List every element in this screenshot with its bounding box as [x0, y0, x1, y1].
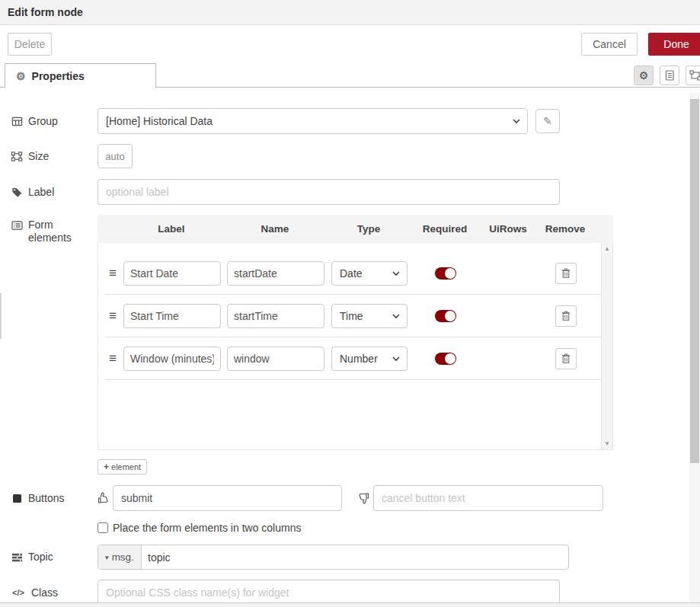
form-elements-table-header: Label Name Type Required UiRows Remove — [97, 215, 613, 243]
remove-element-button[interactable] — [555, 305, 577, 327]
dialog-scrollbar[interactable] — [689, 93, 700, 602]
tab-properties[interactable]: ⚙ Properties — [5, 63, 156, 88]
group-select[interactable]: [Home] Historical Data — [97, 108, 528, 134]
element-label-input[interactable] — [123, 304, 221, 328]
form-elements-label: Form elements — [11, 215, 97, 244]
edit-group-button[interactable]: ✎ — [535, 109, 560, 133]
appearance-panel-button[interactable] — [686, 65, 700, 85]
topic-value-input[interactable]: topic — [142, 545, 568, 569]
properties-panel-button[interactable]: ⚙ — [634, 65, 654, 85]
thumbs-down-icon — [357, 492, 369, 504]
scroll-up-icon[interactable]: ▲ — [604, 245, 610, 252]
drag-handle-icon[interactable]: ≡ — [105, 309, 120, 322]
trash-icon — [561, 353, 571, 364]
topic-label: Topic — [11, 551, 97, 564]
class-input[interactable] — [97, 580, 560, 605]
element-name-input[interactable] — [227, 261, 324, 286]
chevron-down-icon — [392, 314, 400, 319]
remove-element-button[interactable] — [555, 348, 577, 369]
form-elements-table: Label Name Type Required UiRows Remove ≡… — [97, 215, 613, 450]
buttons-row: Buttons — [11, 485, 700, 511]
dialog-toolbar: Delete Cancel Done — [0, 25, 700, 63]
form-elements-list: ≡ Date — [97, 243, 613, 450]
group-label: Group — [11, 115, 97, 128]
object-group-icon — [689, 69, 700, 81]
header-name: Name — [223, 223, 327, 235]
tag-icon — [11, 187, 23, 198]
chevron-down-icon — [513, 119, 520, 124]
dialog-footer — [0, 602, 700, 607]
dialog-title: Edit form node — [0, 0, 700, 25]
topic-row: Topic ▾ msg. topic — [11, 545, 700, 570]
header-remove: Remove — [537, 223, 593, 235]
code-icon: </> — [11, 588, 26, 597]
thumbs-up-icon — [97, 492, 110, 504]
element-type-select[interactable]: Time — [331, 304, 408, 328]
label-input[interactable] — [97, 179, 560, 205]
add-element-button[interactable]: + element — [97, 459, 147, 474]
form-elements-row: Form elements Label Name Type Required U… — [11, 215, 700, 450]
buttons-label: Buttons — [11, 492, 97, 505]
list-scrollbar[interactable]: ▲ ▼ — [601, 243, 612, 449]
caret-down-icon: ▾ — [105, 554, 109, 561]
plus-icon: + — [104, 462, 109, 472]
topic-type-select[interactable]: ▾ msg. — [98, 545, 142, 569]
element-name-input[interactable] — [227, 347, 324, 371]
two-columns-label: Place the form elements in two columns — [113, 522, 301, 534]
class-label: </> Class — [11, 586, 97, 599]
pencil-icon: ✎ — [543, 115, 552, 127]
element-label-input[interactable] — [123, 347, 221, 371]
class-row: </> Class — [11, 580, 700, 605]
topic-typed-input: ▾ msg. topic — [97, 545, 569, 570]
required-toggle[interactable] — [435, 310, 456, 322]
two-columns-checkbox[interactable] — [97, 522, 108, 533]
done-button[interactable]: Done — [648, 33, 700, 56]
size-row: Size auto — [11, 144, 700, 168]
header-required: Required — [411, 223, 479, 235]
two-columns-row: Place the form elements in two columns — [97, 522, 700, 534]
delete-button[interactable]: Delete — [8, 33, 52, 56]
square-icon — [11, 494, 23, 503]
tab-bar: ⚙ Properties ⚙ — [0, 63, 700, 88]
element-type-select[interactable]: Number — [331, 347, 408, 371]
remove-element-button[interactable] — [555, 263, 577, 284]
required-toggle[interactable] — [435, 353, 456, 365]
submit-button-text-input[interactable] — [113, 485, 342, 511]
header-label: Label — [120, 223, 223, 235]
drag-handle-icon[interactable]: ≡ — [105, 352, 120, 365]
properties-form: Group [Home] Historical Data ✎ Size — [0, 88, 700, 605]
element-label-input[interactable] — [123, 261, 221, 286]
drag-handle-icon[interactable]: ≡ — [105, 267, 120, 280]
tasks-icon — [11, 552, 23, 563]
dialog-scrollbar-thumb[interactable] — [690, 99, 699, 463]
cancel-button[interactable]: Cancel — [581, 33, 638, 56]
element-name-input[interactable] — [227, 304, 324, 328]
label-label: Label — [11, 186, 97, 199]
list-alt-icon — [11, 220, 23, 231]
trash-icon — [561, 310, 571, 321]
description-panel-button[interactable] — [660, 65, 679, 85]
tab-properties-label: Properties — [32, 70, 85, 82]
form-element-row: ≡ Date — [105, 252, 601, 295]
document-icon — [663, 69, 676, 81]
gear-icon: ⚙ — [16, 71, 26, 81]
trash-icon — [561, 267, 571, 279]
size-label: Size — [11, 150, 97, 163]
size-auto-button[interactable]: auto — [97, 144, 133, 168]
group-row: Group [Home] Historical Data ✎ — [11, 108, 700, 134]
header-type: Type — [327, 223, 411, 235]
required-toggle[interactable] — [435, 267, 456, 280]
panel-edge — [0, 293, 2, 339]
chevron-down-icon — [392, 271, 400, 276]
header-uirows: UiRows — [479, 223, 537, 235]
object-group-icon — [11, 151, 23, 162]
cancel-button-text-input[interactable] — [373, 485, 603, 511]
table-icon — [11, 116, 23, 127]
form-element-row: ≡ Time — [105, 295, 601, 337]
label-row: Label — [11, 179, 700, 205]
element-type-select[interactable]: Date — [331, 261, 408, 286]
gear-icon: ⚙ — [639, 69, 649, 81]
scroll-down-icon[interactable]: ▼ — [604, 440, 610, 447]
form-element-row: ≡ Number — [105, 337, 601, 380]
chevron-down-icon — [392, 356, 400, 362]
